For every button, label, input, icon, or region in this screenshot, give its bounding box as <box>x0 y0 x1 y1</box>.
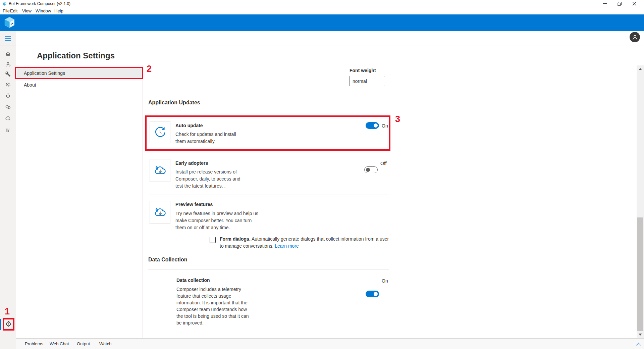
early-adopters-title: Early adopters <box>175 160 208 166</box>
tools-wrench-icon[interactable] <box>5 71 11 77</box>
account-button[interactable] <box>630 32 640 42</box>
publish-cloud-icon[interactable] <box>5 115 11 121</box>
auto-update-toggle-label: On <box>382 123 388 129</box>
rail-divider <box>0 46 16 46</box>
early-adopters-toggle-label: Off <box>380 161 386 166</box>
form-dialogs-label: Form dialogs. <box>220 236 251 242</box>
learn-more-link[interactable]: Learn more <box>275 243 299 249</box>
update-clock-icon <box>153 126 167 139</box>
user-management-icon[interactable] <box>5 82 11 88</box>
tab-watch[interactable]: Watch <box>99 339 111 349</box>
app-header <box>0 14 644 31</box>
close-icon <box>632 2 636 6</box>
nav-item-label: About <box>24 82 36 88</box>
nav-rail: ⚙ <box>0 31 16 349</box>
form-dialogs-text: Form dialogs. Automatically generate dia… <box>220 236 391 250</box>
auto-update-toggle[interactable] <box>366 122 379 129</box>
annotation-number-3: 3 <box>395 114 400 124</box>
menu-view[interactable]: View <box>22 7 32 14</box>
tab-problems[interactable]: Problems <box>25 339 43 349</box>
minimize-button[interactable] <box>599 0 610 7</box>
close-button[interactable] <box>629 0 640 7</box>
auto-update-tile <box>150 121 170 143</box>
preview-features-tile <box>150 201 170 224</box>
minimize-icon <box>603 3 607 4</box>
app-window: Bot Framework Composer (v2.1.0) File Edi… <box>0 0 644 349</box>
form-dialogs-checkbox[interactable] <box>210 237 216 243</box>
app-icon <box>3 2 7 6</box>
menu-help[interactable]: Help <box>54 7 63 14</box>
hamburger-menu-icon[interactable] <box>5 36 11 41</box>
font-weight-label: Font weight <box>350 68 376 73</box>
scrollbar[interactable] <box>637 65 644 338</box>
header-divider <box>16 46 644 46</box>
data-collection-description: Composer includes a telemetry feature th… <box>176 286 249 326</box>
expand-panel-chevron-icon[interactable] <box>636 342 641 346</box>
design-flows-icon[interactable] <box>5 61 11 67</box>
menu-bar: File Edit View Window Help <box>0 7 644 14</box>
tab-output[interactable]: Output <box>77 339 90 349</box>
menu-file[interactable]: File <box>3 7 10 14</box>
row-divider <box>150 195 389 195</box>
cloud-download-icon <box>153 163 167 178</box>
font-weight-input[interactable] <box>350 76 385 86</box>
auto-update-description: Check for updates and install them autom… <box>175 131 236 145</box>
scroll-down-arrow-icon[interactable] <box>639 334 642 336</box>
menu-edit[interactable]: Edit <box>10 7 17 14</box>
avatar-person-icon <box>631 34 639 41</box>
early-adopters-tile <box>150 159 170 182</box>
data-collection-title: Data collection <box>176 278 210 283</box>
auto-update-title: Auto update <box>175 123 203 128</box>
annotation-box-1 <box>3 318 14 331</box>
nav-column-divider <box>143 65 143 338</box>
preview-features-description: Try new features in preview and help us … <box>175 210 258 231</box>
title-bar: Bot Framework Composer (v2.1.0) <box>0 0 644 7</box>
tab-web-chat[interactable]: Web Chat <box>50 339 69 349</box>
window-title: Bot Framework Composer (v2.1.0) <box>9 0 70 7</box>
section-divider <box>148 269 389 269</box>
annotation-number-1: 1 <box>5 306 10 317</box>
section-heading-application-updates: Application Updates <box>148 100 200 106</box>
selected-indicator <box>0 319 1 330</box>
bot-skills-icon[interactable] <box>5 93 11 99</box>
scrollbar-thumb[interactable] <box>637 217 643 331</box>
notifications-button[interactable] <box>616 33 625 41</box>
home-icon[interactable] <box>5 51 11 57</box>
scroll-up-arrow-icon[interactable] <box>639 68 642 70</box>
section-heading-data-collection: Data Collection <box>148 257 187 263</box>
cloud-download-icon <box>153 205 167 219</box>
data-collection-toggle-label: On <box>382 278 388 284</box>
annotation-number-2: 2 <box>147 64 152 74</box>
early-adopters-toggle[interactable] <box>364 166 378 173</box>
data-collection-toggle[interactable] <box>366 291 379 297</box>
bell-icon <box>617 34 624 41</box>
composer-logo-icon <box>4 17 15 29</box>
restore-icon <box>618 2 622 6</box>
menu-window[interactable]: Window <box>36 7 51 14</box>
chat-icon[interactable] <box>5 104 11 110</box>
annotation-box-2 <box>15 67 143 79</box>
library-icon[interactable] <box>5 127 11 133</box>
nav-item-about[interactable]: About <box>16 80 143 90</box>
preview-features-title: Preview features <box>175 202 213 207</box>
page-title: Application Settings <box>37 51 115 60</box>
early-adopters-description: Install pre-release versions of Composer… <box>175 168 240 190</box>
restore-button[interactable] <box>614 0 625 7</box>
status-bar: Problems Web Chat Output Watch <box>16 338 644 349</box>
